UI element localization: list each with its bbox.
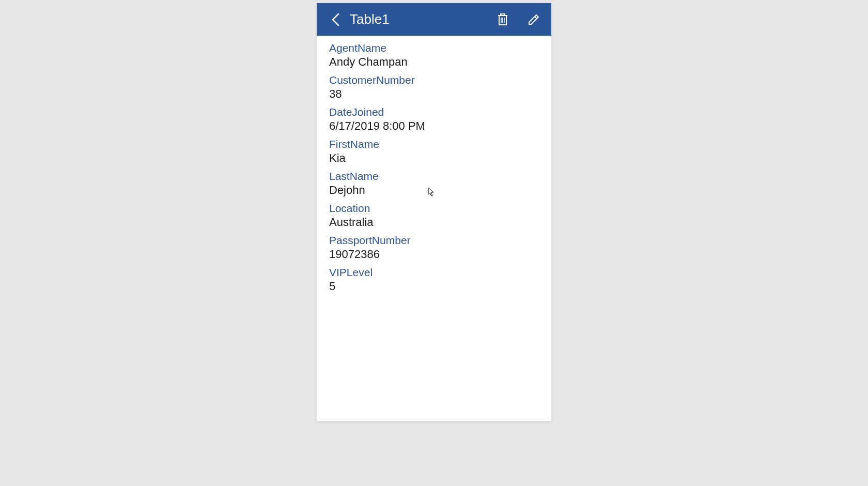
field-label: DateJoined xyxy=(329,106,539,118)
chevron-left-icon xyxy=(331,13,339,26)
field-value: Dejohn xyxy=(329,184,539,197)
field-value: 38 xyxy=(329,87,539,101)
pencil-icon xyxy=(528,13,540,26)
field-customernumber: CustomerNumber 38 xyxy=(329,74,539,101)
field-datejoined: DateJoined 6/17/2019 8:00 PM xyxy=(329,106,539,133)
field-label: PassportNumber xyxy=(329,234,539,247)
edit-button[interactable] xyxy=(525,11,542,28)
field-label: LastName xyxy=(329,170,539,183)
delete-button[interactable] xyxy=(494,11,511,28)
field-passportnumber: PassportNumber 19072386 xyxy=(329,234,539,261)
field-label: Location xyxy=(329,202,539,215)
field-firstname: FirstName Kia xyxy=(329,138,539,165)
field-value: 6/17/2019 8:00 PM xyxy=(329,119,539,133)
field-viplevel: VIPLevel 5 xyxy=(329,266,539,293)
header-actions xyxy=(494,11,542,28)
field-value: Australia xyxy=(329,216,539,229)
field-value: Kia xyxy=(329,151,539,165)
trash-icon xyxy=(497,13,508,26)
page-title: Table1 xyxy=(350,11,494,27)
app-container: Table1 AgentName xyxy=(317,3,551,421)
field-label: VIPLevel xyxy=(329,266,539,279)
field-value: 19072386 xyxy=(329,248,539,261)
field-agentname: AgentName Andy Champan xyxy=(329,42,539,69)
field-value: Andy Champan xyxy=(329,55,539,69)
field-lastname: LastName Dejohn xyxy=(329,170,539,197)
field-label: FirstName xyxy=(329,138,539,150)
back-button[interactable] xyxy=(328,12,343,27)
field-label: AgentName xyxy=(329,42,539,54)
field-location: Location Australia xyxy=(329,202,539,229)
field-label: CustomerNumber xyxy=(329,74,539,86)
field-value: 5 xyxy=(329,280,539,293)
header-bar: Table1 xyxy=(317,3,551,36)
detail-content: AgentName Andy Champan CustomerNumber 38… xyxy=(317,36,551,421)
